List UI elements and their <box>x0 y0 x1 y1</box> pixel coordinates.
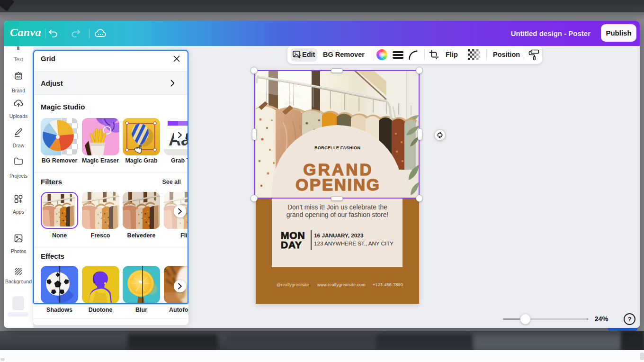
svg-text:co: co <box>17 75 21 79</box>
